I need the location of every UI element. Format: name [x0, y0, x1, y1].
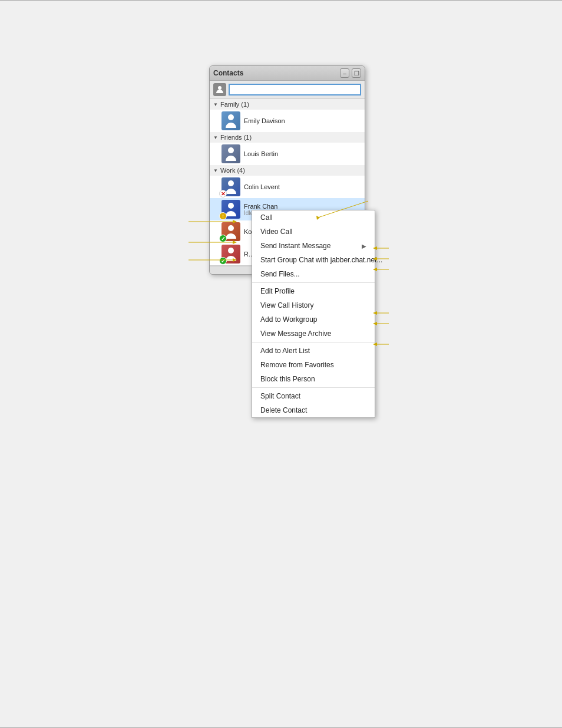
- group-arrow-work: ▼: [213, 168, 218, 173]
- menu-item-send-im[interactable]: Send Instant Message ▶: [252, 239, 375, 253]
- group-header-family[interactable]: ▼ Family (1): [210, 99, 365, 110]
- contact-item-louis[interactable]: Louis Bertin: [210, 143, 365, 165]
- menu-separator-1: [252, 282, 375, 283]
- title-bar: Contacts – ❐: [210, 66, 365, 81]
- contact-item-colin[interactable]: ✕ Colin Levent: [210, 176, 365, 198]
- avatar-r: ✓: [222, 245, 240, 263]
- svg-point-0: [218, 86, 222, 90]
- search-bar: [210, 81, 365, 99]
- context-menu: Call Video Call Send Instant Message ▶ S…: [252, 210, 375, 418]
- contact-name-frank: Frank Chan: [244, 203, 277, 210]
- avatar-emily: [222, 111, 240, 130]
- menu-item-call[interactable]: Call: [252, 210, 375, 225]
- search-input[interactable]: [229, 84, 361, 95]
- group-arrow-friends: ▼: [213, 135, 218, 140]
- submenu-arrow-send-im: ▶: [362, 243, 366, 249]
- group-header-work[interactable]: ▼ Work (4): [210, 165, 365, 176]
- status-badge-colin: ✕: [219, 190, 227, 197]
- menu-separator-2: [252, 342, 375, 342]
- svg-point-2: [228, 147, 234, 153]
- status-badge-frank: !: [219, 212, 227, 220]
- avatar-colin: ✕: [222, 177, 240, 196]
- menu-item-send-files[interactable]: Send Files...: [252, 267, 375, 281]
- svg-point-6: [228, 248, 234, 253]
- menu-item-view-message-archive[interactable]: View Message Archive: [252, 327, 375, 341]
- menu-item-edit-profile[interactable]: Edit Profile: [252, 284, 375, 298]
- svg-point-5: [228, 225, 234, 231]
- group-label-work: Work (4): [220, 167, 245, 174]
- menu-item-add-workgroup[interactable]: Add to Workgroup: [252, 312, 375, 327]
- menu-item-remove-favorites[interactable]: Remove from Favorites: [252, 358, 375, 372]
- menu-item-video-call[interactable]: Video Call: [252, 225, 375, 239]
- maximize-button[interactable]: ❐: [352, 68, 361, 78]
- menu-separator-3: [252, 387, 375, 388]
- group-label-friends: Friends (1): [220, 134, 252, 141]
- menu-item-delete-contact[interactable]: Delete Contact: [252, 403, 375, 417]
- user-icon: [213, 83, 226, 96]
- group-header-friends[interactable]: ▼ Friends (1): [210, 132, 365, 143]
- menu-item-split-contact[interactable]: Split Contact: [252, 389, 375, 403]
- contact-name-colin: Colin Levent: [244, 183, 361, 190]
- menu-item-block-person[interactable]: Block this Person: [252, 372, 375, 386]
- contact-name-louis: Louis Bertin: [244, 150, 361, 157]
- status-badge-ko: ✓: [219, 235, 227, 242]
- minimize-button[interactable]: –: [340, 68, 349, 78]
- status-badge-r: ✓: [219, 257, 227, 265]
- avatar-ko: ✓: [222, 222, 240, 241]
- menu-item-add-alert[interactable]: Add to Alert List: [252, 344, 375, 358]
- contact-name-emily: Emily Davison: [244, 117, 361, 124]
- contact-item-emily[interactable]: Emily Davison: [210, 110, 365, 132]
- svg-point-3: [228, 180, 234, 186]
- svg-point-4: [228, 203, 234, 209]
- window-title: Contacts: [213, 69, 243, 77]
- avatar-louis: [222, 144, 240, 163]
- menu-item-group-chat[interactable]: Start Group Chat with jabber.chat.net...: [252, 253, 375, 267]
- avatar-frank: !: [222, 200, 240, 219]
- group-arrow-family: ▼: [213, 102, 218, 107]
- title-buttons: – ❐: [340, 68, 361, 78]
- menu-item-view-call-history[interactable]: View Call History: [252, 298, 375, 312]
- svg-point-1: [228, 114, 234, 120]
- group-label-family: Family (1): [220, 101, 249, 108]
